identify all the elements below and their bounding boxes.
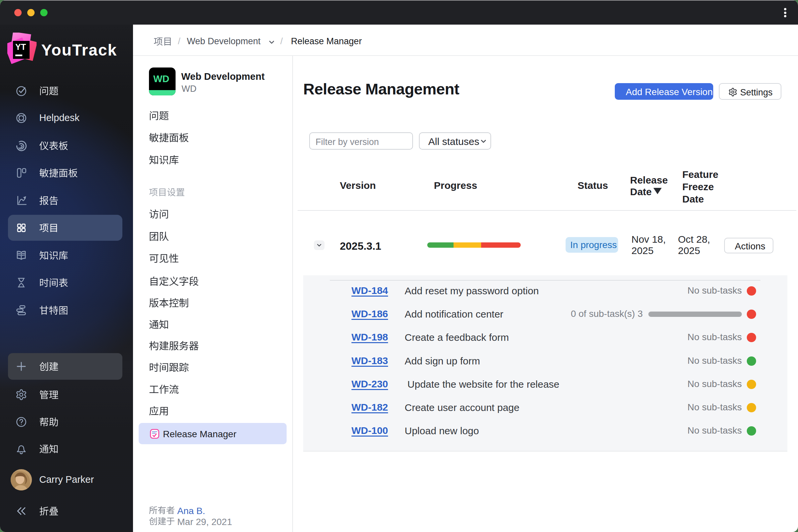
svg-text:YT: YT: [15, 42, 26, 52]
